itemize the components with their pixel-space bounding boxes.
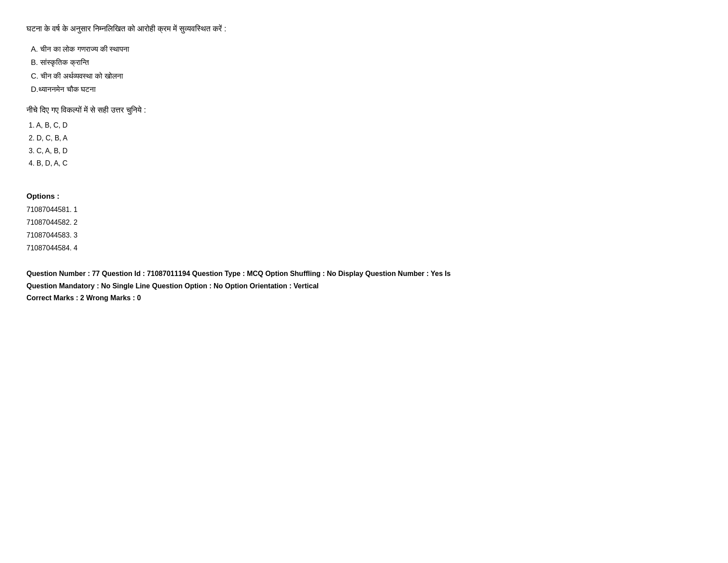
question-instruction: घटना के वर्ष के अनुसार निम्नलिखित को आरो…	[26, 22, 702, 36]
answer-choice-3: 3. C, A, B, D	[29, 145, 702, 158]
spacer	[26, 170, 702, 188]
question-option-c: C. चीन की अर्थव्यवस्था को खोलना	[31, 70, 702, 83]
answer-choice-2: 2. D, C, B, A	[29, 132, 702, 145]
metadata-line3: Correct Marks : 2 Wrong Marks : 0	[26, 292, 702, 304]
question-container: घटना के वर्ष के अनुसार निम्नलिखित को आरो…	[26, 22, 702, 304]
option-id-2: 71087044582. 2	[26, 216, 702, 229]
option-id-4: 71087044584. 4	[26, 242, 702, 255]
metadata-section: Question Number : 77 Question Id : 71087…	[26, 268, 702, 304]
metadata-line2: Question Mandatory : No Single Line Ques…	[26, 280, 702, 292]
option-id-1: 71087044581. 1	[26, 204, 702, 216]
question-option-d: D.थ्याननमेन चौक घटना	[31, 83, 702, 97]
options-section: Options : 71087044581. 1 71087044582. 2 …	[26, 192, 702, 254]
metadata-line1: Question Number : 77 Question Id : 71087…	[26, 268, 702, 280]
answer-choice-4: 4. B, D, A, C	[29, 157, 702, 170]
options-label: Options :	[26, 192, 702, 201]
answer-choice-1: 1. A, B, C, D	[29, 119, 702, 132]
question-option-a: A. चीन का लोक गणराज्य की स्थापना	[31, 43, 702, 57]
answer-prompt: नीचे दिए गए विकल्पों में से सही उत्तर चु…	[26, 106, 702, 115]
option-id-3: 71087044583. 3	[26, 229, 702, 242]
question-option-b: B. सांस्कृतिक क्रान्ति	[31, 56, 702, 70]
